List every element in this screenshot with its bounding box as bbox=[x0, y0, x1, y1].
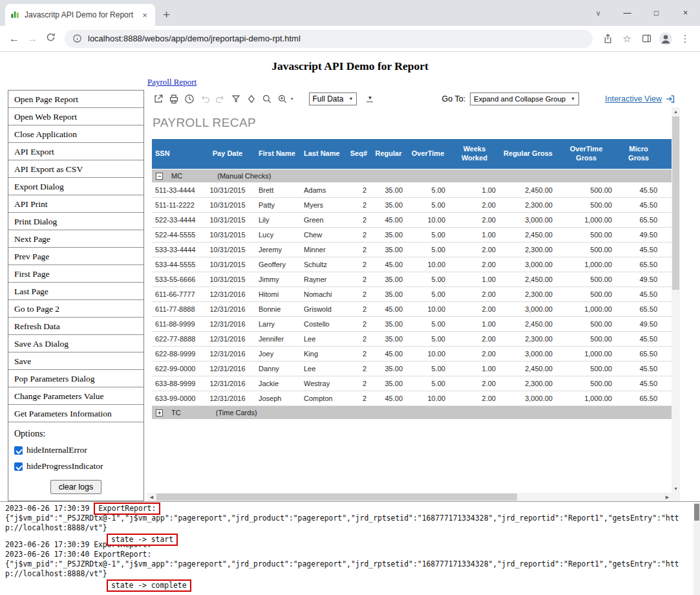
table-cell: 5.00 bbox=[407, 182, 449, 197]
sidebar-item[interactable]: Print Dialog bbox=[8, 213, 143, 230]
print-icon[interactable] bbox=[166, 92, 182, 106]
scroll-right-icon[interactable]: ▶ bbox=[663, 493, 672, 501]
bookmark-star-icon[interactable]: ☆ bbox=[617, 33, 637, 45]
filter-icon[interactable] bbox=[228, 92, 244, 106]
scroll-left-icon[interactable]: ◀ bbox=[147, 493, 156, 501]
sidebar-item[interactable]: Get Parameters Information bbox=[8, 405, 143, 422]
sidebar-item[interactable]: Open Page Report bbox=[8, 91, 143, 108]
side-panel-icon[interactable] bbox=[637, 33, 656, 44]
sidebar-item[interactable]: API Export bbox=[8, 143, 143, 160]
sidebar-item[interactable]: First Page bbox=[8, 265, 143, 283]
tab-close-icon[interactable]: × bbox=[140, 10, 150, 20]
table-cell: 45.00 bbox=[370, 301, 407, 316]
table-cell: 2.00 bbox=[449, 257, 500, 272]
table-cell: 5.00 bbox=[407, 287, 449, 301]
table-cell: 5.00 bbox=[407, 316, 449, 331]
interactive-view-link[interactable]: Interactive View bbox=[605, 94, 662, 103]
sidebar-item[interactable]: API Print bbox=[8, 195, 143, 213]
table-cell: 633-99-0000 bbox=[152, 391, 200, 406]
table-row: 511-11-222210/31/2015PattyMyers235.005.0… bbox=[152, 197, 672, 212]
omnibox[interactable]: localhost:8888/webos/app/demo/jreportapi… bbox=[65, 30, 593, 48]
table-cell: 45.50 bbox=[616, 376, 661, 391]
log-line: state -> complete bbox=[5, 581, 695, 590]
column-header: Pay Date bbox=[200, 139, 255, 169]
sidebar-item[interactable]: Pop Parameters Dialog bbox=[8, 370, 143, 387]
table-cell: 1.00 bbox=[449, 316, 500, 331]
back-icon[interactable]: ← bbox=[5, 33, 23, 45]
sidebar-item-label: Next Page bbox=[14, 234, 50, 244]
sidebar-item[interactable]: Last Page bbox=[8, 283, 143, 300]
column-header: Weeks Worked bbox=[449, 139, 500, 169]
reload-icon[interactable] bbox=[41, 32, 59, 45]
table-cell: Griswold bbox=[301, 301, 345, 316]
checkbox-label: hideProgressIndicator bbox=[27, 461, 103, 471]
sidebar-item[interactable]: Next Page bbox=[8, 230, 143, 248]
goto-select[interactable]: Expand and Collapse Group ▼ bbox=[470, 92, 579, 105]
maximize-button[interactable]: □ bbox=[642, 0, 671, 26]
horizontal-scrollbar-thumb[interactable] bbox=[156, 493, 517, 501]
sidebar-item[interactable]: Refresh Data bbox=[8, 318, 143, 335]
interactive-view-icon[interactable] bbox=[664, 93, 676, 105]
sidebar-item[interactable]: API Export as CSV bbox=[8, 160, 143, 178]
goto-marker-icon[interactable] bbox=[244, 92, 259, 106]
site-info-icon[interactable] bbox=[72, 34, 82, 43]
search-icon[interactable] bbox=[259, 92, 275, 106]
table-cell: 12/31/2016 bbox=[200, 391, 255, 406]
table-cell: 49.50 bbox=[616, 272, 661, 287]
clear-logs-button[interactable]: clear logs bbox=[50, 480, 102, 494]
report-vertical-scrollbar[interactable]: ▲ ▼ bbox=[672, 107, 680, 493]
group-cell: + TC (Time Cards) bbox=[152, 406, 672, 419]
sidebar-item[interactable]: Close Application bbox=[8, 125, 143, 143]
main-content: Open Page Report Open Web Report Close A… bbox=[0, 90, 700, 501]
scroll-down-icon[interactable]: ▼ bbox=[672, 484, 680, 493]
tab-search-chevron-icon[interactable]: ∨ bbox=[584, 0, 613, 26]
new-tab-button[interactable]: + bbox=[163, 8, 170, 21]
minimize-button[interactable]: — bbox=[613, 0, 642, 26]
sidebar-item[interactable]: Go to Page 2 bbox=[8, 300, 143, 318]
sidebar-item[interactable]: Open Web Report bbox=[8, 108, 143, 125]
sidebar-item[interactable]: Export Dialog bbox=[8, 178, 143, 195]
schedule-icon[interactable] bbox=[182, 92, 197, 106]
table-cell: 2,450.00 bbox=[500, 227, 557, 242]
sidebar-item[interactable]: Save bbox=[8, 352, 143, 370]
log-scrollbar-thumb[interactable] bbox=[694, 504, 699, 521]
payroll-report-link[interactable]: Payroll Report bbox=[147, 77, 196, 87]
share-icon[interactable] bbox=[598, 33, 617, 44]
table-cell: 45.50 bbox=[616, 182, 661, 197]
checkbox[interactable] bbox=[14, 446, 23, 455]
group-cell: − MC (Manual Checks) bbox=[152, 169, 672, 182]
log-highlight-box: ExportReport: bbox=[94, 503, 160, 515]
log-highlight-box: state -> complete bbox=[107, 579, 191, 592]
table-cell: 2,450.00 bbox=[500, 361, 557, 376]
sidebar-item-label: Refresh Data bbox=[14, 321, 60, 331]
table-cell: 1.00 bbox=[449, 182, 500, 197]
column-header: Last Name bbox=[301, 139, 345, 169]
report-horizontal-scrollbar[interactable]: ◀ ▶ bbox=[147, 493, 672, 501]
group-toggle-icon[interactable]: + bbox=[156, 409, 163, 416]
zoom-dropdown-icon[interactable]: ▾ bbox=[291, 96, 293, 102]
sidebar-item[interactable]: Prev Page bbox=[8, 248, 143, 265]
table-cell: 2 bbox=[345, 287, 370, 301]
browser-tab[interactable]: Javascritp API Demo for Report × bbox=[5, 4, 155, 26]
column-header: OverTime Gross bbox=[557, 139, 616, 169]
scroll-up-icon[interactable]: ▲ bbox=[672, 107, 680, 116]
sidebar-item[interactable]: Save As Dialog bbox=[8, 335, 143, 352]
table-cell: 5.00 bbox=[407, 272, 449, 287]
close-button[interactable]: × bbox=[671, 0, 700, 26]
page-title: Javascript API Demo for Report bbox=[0, 59, 700, 73]
browser-menu-icon[interactable]: ⋮ bbox=[675, 33, 695, 45]
table-cell: 35.00 bbox=[370, 331, 407, 346]
export-icon[interactable] bbox=[151, 92, 166, 106]
vertical-scrollbar-thumb[interactable] bbox=[672, 116, 679, 290]
table-cell: 500.00 bbox=[557, 197, 616, 212]
table-cell: 10.00 bbox=[407, 301, 449, 316]
sidebar-item[interactable]: Change Parameters Value bbox=[8, 387, 143, 405]
group-toggle-icon[interactable]: − bbox=[156, 173, 163, 180]
profile-avatar[interactable] bbox=[656, 32, 675, 46]
data-scope-select[interactable]: Full Data ▼ bbox=[309, 92, 357, 105]
toolbar-more-icon[interactable]: ▼ bbox=[366, 95, 373, 102]
zoom-icon[interactable] bbox=[275, 92, 290, 106]
checkbox[interactable] bbox=[14, 462, 23, 471]
table-cell: 522-44-5555 bbox=[152, 227, 200, 242]
table-cell: 500.00 bbox=[557, 287, 616, 301]
